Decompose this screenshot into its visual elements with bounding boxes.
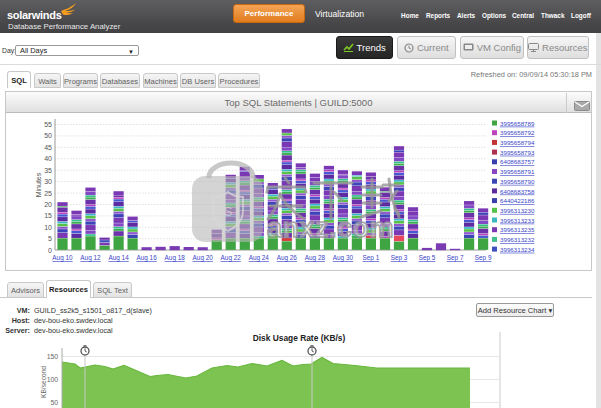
svg-text:6408683757: 6408683757 <box>500 158 535 165</box>
svg-text:Aug 28: Aug 28 <box>305 254 326 262</box>
svg-text:0: 0 <box>48 247 52 254</box>
svg-text:KB/second: KB/second <box>40 366 47 398</box>
svg-text:anxz.com: anxz.com <box>267 213 394 243</box>
svg-text:30: 30 <box>44 178 52 185</box>
svg-text:6440422186: 6440422186 <box>500 197 535 204</box>
svg-text:3996313235: 3996313235 <box>500 226 535 233</box>
svg-text:150: 150 <box>47 353 59 360</box>
svg-text:Sep 3: Sep 3 <box>391 254 408 262</box>
svg-text:S: S <box>224 204 233 219</box>
svg-text:Aug 16: Aug 16 <box>136 254 157 262</box>
svg-text:45: 45 <box>44 144 52 151</box>
svg-text:15: 15 <box>44 212 52 219</box>
svg-text:3996313234: 3996313234 <box>500 246 535 253</box>
svg-text:Aug 20: Aug 20 <box>193 254 214 262</box>
svg-text:Aug 12: Aug 12 <box>80 254 101 262</box>
svg-text:35: 35 <box>44 167 52 174</box>
svg-text:5: 5 <box>48 235 52 242</box>
svg-text:20: 20 <box>44 201 52 208</box>
svg-text:Disk Usage Rate (KB/s): Disk Usage Rate (KB/s) <box>253 333 346 343</box>
svg-text:3995658794: 3995658794 <box>500 139 535 146</box>
svg-text:10: 10 <box>44 224 52 231</box>
svg-text:Aug 10: Aug 10 <box>52 254 73 262</box>
svg-text:3996313230: 3996313230 <box>500 207 535 214</box>
svg-text:Sep 7: Sep 7 <box>447 254 464 262</box>
svg-text:3995658791: 3995658791 <box>500 168 535 175</box>
svg-text:40: 40 <box>44 155 52 162</box>
svg-text:50: 50 <box>44 132 52 139</box>
svg-text:Minutes: Minutes <box>35 172 42 197</box>
svg-text:3996313232: 3996313232 <box>500 236 535 243</box>
svg-text:Sep 1: Sep 1 <box>363 254 380 262</box>
svg-text:Aug 30: Aug 30 <box>333 254 354 262</box>
svg-text:3995658793: 3995658793 <box>500 149 535 156</box>
svg-text:Aug 24: Aug 24 <box>249 254 270 262</box>
svg-text:3995658792: 3995658792 <box>500 129 535 136</box>
svg-text:Aug 18: Aug 18 <box>165 254 186 262</box>
svg-text:3995658790: 3995658790 <box>500 178 535 185</box>
svg-text:3995658789: 3995658789 <box>500 120 535 127</box>
svg-text:Sep 5: Sep 5 <box>419 254 436 262</box>
svg-text:Sep 9: Sep 9 <box>475 254 492 262</box>
svg-text:25: 25 <box>44 190 52 197</box>
svg-text:Aug 26: Aug 26 <box>277 254 298 262</box>
svg-text:Aug 22: Aug 22 <box>221 254 242 262</box>
svg-text:6408683758: 6408683758 <box>500 188 535 195</box>
svg-text:Aug 14: Aug 14 <box>108 254 129 262</box>
svg-text:100: 100 <box>47 376 59 383</box>
svg-text:50: 50 <box>50 399 58 406</box>
svg-text:3996313233: 3996313233 <box>500 217 535 224</box>
svg-text:55: 55 <box>44 121 52 128</box>
